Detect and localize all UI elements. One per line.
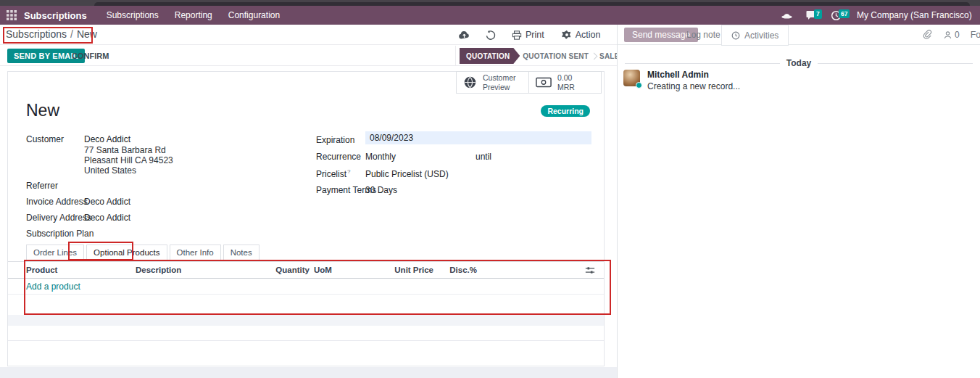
pricelist-label: Pricelist? xyxy=(316,168,350,179)
customer-address: 77 Santa Barbara Rd Pleasant Hill CA 945… xyxy=(84,145,173,176)
statusbar-row: SEND BY EMAIL CONFIRM QUOTATION QUOTATIO… xyxy=(0,46,617,66)
invoice-address-label: Invoice Address xyxy=(26,197,88,207)
table-header-row: Product Description Quantity UoM Unit Pr… xyxy=(8,262,604,279)
customer-label: Customer xyxy=(26,134,64,144)
page-bottom-strip xyxy=(0,367,617,378)
action-button[interactable]: Action xyxy=(553,30,610,40)
followers-count: 0 xyxy=(955,30,960,40)
mrr-value: 0.00 xyxy=(557,73,572,82)
optional-columns-icon[interactable] xyxy=(585,266,595,275)
add-product-row: Add a product xyxy=(8,279,604,295)
col-uom[interactable]: UoM xyxy=(314,266,350,274)
print-label: Print xyxy=(526,30,544,40)
form-sheet: CustomerPreview 0.00MRR New Recurring Cu… xyxy=(7,71,605,366)
follower-person-icon xyxy=(943,30,952,40)
apps-grid-icon[interactable] xyxy=(7,10,17,20)
divider-line xyxy=(818,63,973,64)
schedule-activity-button[interactable]: Activities xyxy=(721,25,789,46)
print-button[interactable]: Print xyxy=(503,30,553,40)
date-divider: Today xyxy=(625,58,973,68)
customer-value[interactable]: Deco Addict xyxy=(84,134,130,144)
tab-order-lines[interactable]: Order Lines xyxy=(26,245,84,261)
customer-preview-line2: Preview xyxy=(483,83,510,91)
menu-configuration[interactable]: Configuration xyxy=(220,7,288,24)
top-navbar: Subscriptions Subscriptions Reporting Co… xyxy=(0,6,980,25)
col-description[interactable]: Description xyxy=(136,266,270,274)
browser-chrome-strip xyxy=(0,0,980,6)
message-author-avatar xyxy=(623,70,640,86)
col-product[interactable]: Product xyxy=(26,266,136,274)
col-unit-price[interactable]: Unit Price xyxy=(350,266,433,274)
messages-badge: 7 xyxy=(814,9,822,19)
mrr-label: MRR xyxy=(557,83,575,91)
stage-quotation[interactable]: QUOTATION xyxy=(460,48,520,64)
referrer-label: Referrer xyxy=(26,181,58,191)
printer-icon xyxy=(512,30,522,40)
col-quantity[interactable]: Quantity xyxy=(270,266,310,274)
breadcrumb-subscriptions-link[interactable]: Subscriptions xyxy=(6,28,67,40)
odoo-subscriptions-screen: Subscriptions Subscriptions Reporting Co… xyxy=(0,0,980,378)
empty-table-row xyxy=(8,342,604,366)
chatter-panel: Send message Log note Activities 0 Follo… xyxy=(617,25,980,378)
confirm-button[interactable]: CONFIRM xyxy=(72,52,109,60)
attachment-paperclip-icon[interactable] xyxy=(922,30,932,40)
menu-subscriptions[interactable]: Subscriptions xyxy=(99,7,167,24)
control-panel: Subscriptions/New Print Action Create xyxy=(0,25,617,45)
delivery-address-value[interactable]: Deco Addict xyxy=(84,213,130,223)
until-label: until xyxy=(476,152,491,162)
follow-button[interactable]: Follow xyxy=(971,30,980,40)
tab-other-info[interactable]: Other Info xyxy=(170,245,221,261)
striped-row xyxy=(8,315,604,326)
breadcrumb-separator: / xyxy=(67,28,77,40)
address-line-2: Pleasant Hill CA 94523 xyxy=(84,155,173,165)
stat-buttons: CustomerPreview 0.00MRR xyxy=(457,71,602,94)
discard-undo-icon[interactable] xyxy=(478,30,503,41)
current-app-name[interactable]: Subscriptions xyxy=(24,10,87,21)
customer-preview-button[interactable]: CustomerPreview xyxy=(456,71,529,94)
chatter-message: Mitchell Admin Creating a new record... xyxy=(623,70,740,91)
hat-icon[interactable] xyxy=(774,10,800,20)
mrr-button[interactable]: 0.00MRR xyxy=(528,71,602,94)
recurrence-value[interactable]: Monthly xyxy=(365,152,396,162)
breadcrumb: Subscriptions/New xyxy=(6,28,97,40)
message-author[interactable]: Mitchell Admin xyxy=(647,70,740,80)
log-note-button[interactable]: Log note xyxy=(686,30,721,40)
delivery-address-label: Delivery Address xyxy=(26,213,91,223)
money-bill-icon xyxy=(536,77,552,88)
followers-button[interactable]: 0 xyxy=(943,30,960,40)
app-menu: Subscriptions Reporting Configuration xyxy=(99,7,288,24)
payment-terms-value[interactable]: 30 Days xyxy=(365,185,397,195)
subscription-plan-label: Subscription Plan xyxy=(26,229,94,239)
menu-reporting[interactable]: Reporting xyxy=(167,7,220,24)
expiration-input[interactable]: 08/09/2023 xyxy=(365,131,591,144)
systray: 7 67 My Company (San Francisco) Mitchell… xyxy=(774,6,980,25)
pricelist-help-icon[interactable]: ? xyxy=(347,168,350,175)
recurrence-label: Recurrence xyxy=(316,152,361,162)
add-a-product-link[interactable]: Add a product xyxy=(26,282,80,292)
expiration-label: Expiration xyxy=(316,135,354,145)
cloud-save-icon[interactable] xyxy=(451,30,478,40)
col-discount[interactable]: Disc.% xyxy=(433,266,477,274)
tab-optional-products[interactable]: Optional Products xyxy=(86,245,167,261)
breadcrumb-current: New xyxy=(77,28,97,40)
tab-notes[interactable]: Notes xyxy=(223,245,259,261)
stage-statusbar: QUOTATION QUOTATION SENT SALES ORDER xyxy=(455,46,612,66)
gear-icon xyxy=(562,30,572,40)
globe-icon xyxy=(463,75,477,89)
record-title[interactable]: New xyxy=(26,101,59,120)
recurring-badge: Recurring xyxy=(541,105,590,117)
date-divider-label: Today xyxy=(786,58,811,68)
online-status-dot xyxy=(636,82,642,89)
address-line-3: United States xyxy=(84,165,173,176)
invoice-address-value[interactable]: Deco Addict xyxy=(84,197,130,207)
company-switcher[interactable]: My Company (San Francisco) xyxy=(848,10,980,20)
activities-clock-icon[interactable]: 67 xyxy=(824,10,848,21)
empty-table-row xyxy=(8,326,604,341)
schedule-activity-label: Activities xyxy=(744,30,778,41)
message-body: Creating a new record... xyxy=(647,81,740,91)
stage-quotation-sent[interactable]: QUOTATION SENT xyxy=(520,52,591,60)
notebook-tabs: Order LinesOptional ProductsOther InfoNo… xyxy=(8,245,604,262)
messages-icon[interactable]: 7 xyxy=(800,10,824,20)
pricelist-value[interactable]: Public Pricelist (USD) xyxy=(365,169,449,179)
customer-preview-line1: Customer xyxy=(483,73,516,82)
